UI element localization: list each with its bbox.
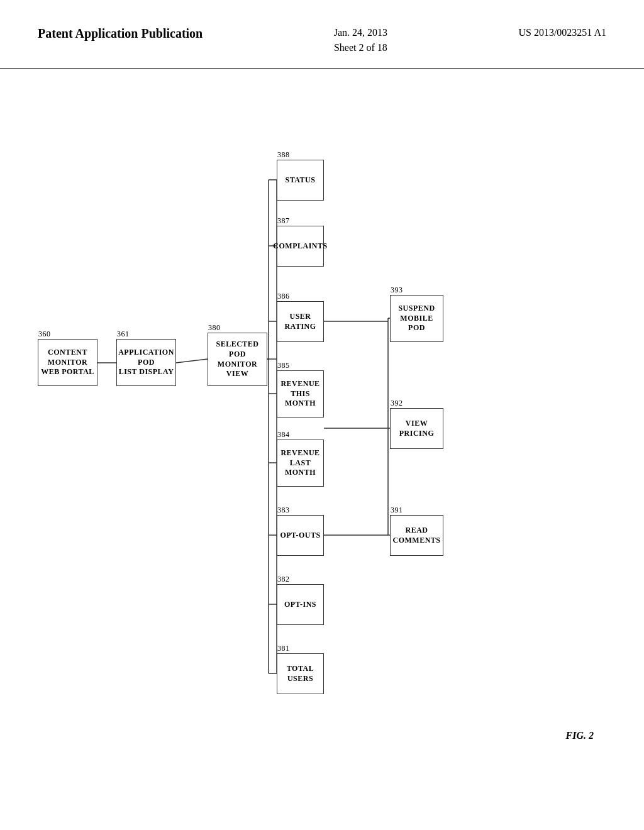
- box-383: 383 OPT-OUTS: [277, 515, 324, 556]
- box-393: 393 SUSPENDMOBILEPOD: [390, 295, 443, 342]
- figure-label: FIG. 2: [566, 730, 594, 741]
- box-361: 361 APPLICATIONPODLIST DISPLAY: [116, 339, 176, 386]
- box-381: 381 TOTALUSERS: [277, 653, 324, 694]
- publication-title: Patent Application Publication: [38, 25, 203, 42]
- box-382: 382 OPT-INS: [277, 584, 324, 625]
- box-392: 392 VIEWPRICING: [390, 408, 443, 449]
- box-360: 360 CONTENTMONITORWEB PORTAL: [38, 339, 97, 386]
- svg-line-1: [176, 359, 208, 363]
- box-387: 387 COMPLAINTS: [277, 226, 324, 267]
- box-384: 384 REVENUELASTMONTH: [277, 440, 324, 487]
- page-header: Patent Application Publication Jan. 24, …: [0, 0, 644, 69]
- box-391: 391 READCOMMENTS: [390, 515, 443, 556]
- diagram-area: 360 CONTENTMONITORWEB PORTAL 361 APPLICA…: [0, 69, 644, 823]
- publication-number: US 2013/0023251 A1: [518, 25, 606, 40]
- box-385: 385 REVENUETHISMONTH: [277, 370, 324, 418]
- box-380: 380 SELECTEDPODMONITORVIEW: [208, 333, 267, 386]
- box-388: 388 STATUS: [277, 160, 324, 201]
- box-386: 386 USERRATING: [277, 301, 324, 342]
- publication-date-sheet: Jan. 24, 2013 Sheet 2 of 18: [334, 25, 387, 55]
